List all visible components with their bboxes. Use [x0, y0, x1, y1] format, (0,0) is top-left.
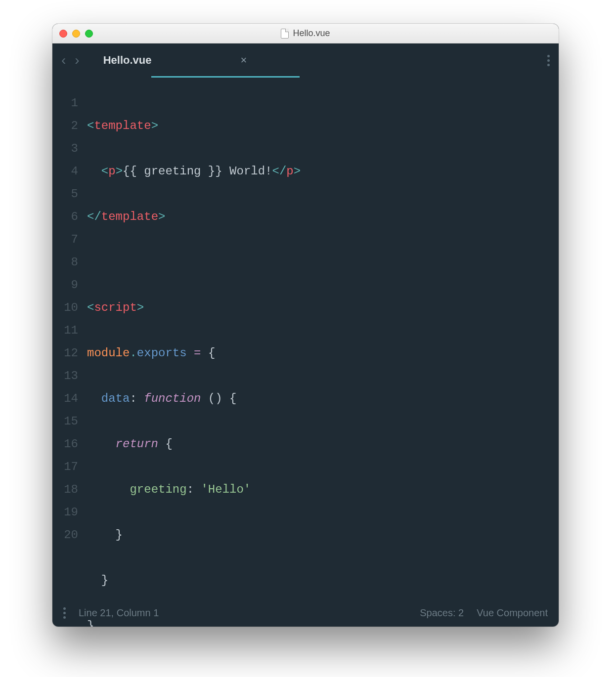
line-number: 19: [52, 501, 78, 524]
line-number: 6: [52, 206, 78, 228]
line-number: 9: [52, 274, 78, 296]
nav-arrows: ‹ ›: [61, 52, 80, 68]
statusbar-menu-icon[interactable]: [63, 607, 66, 619]
back-button[interactable]: ‹: [61, 52, 66, 68]
tabbar-menu-icon[interactable]: [547, 55, 550, 66]
line-number: 15: [52, 410, 78, 433]
editor-area[interactable]: 1234567891011121314151617181920 <templat…: [52, 77, 559, 627]
tab-underline: [151, 76, 300, 78]
statusbar: Line 21, Column 1 Spaces: 2 Vue Componen…: [52, 599, 559, 627]
editor-window: Hello.vue ‹ › Hello.vue × 12345678910111…: [52, 24, 559, 627]
tab-label: Hello.vue: [103, 54, 152, 67]
line-number: 8: [52, 251, 78, 274]
line-number: 11: [52, 319, 78, 342]
line-number: 10: [52, 296, 78, 319]
code-content[interactable]: <template> <p>{{ greeting }} World!</p> …: [87, 92, 559, 627]
indent-setting[interactable]: Spaces: 2: [420, 607, 464, 619]
line-number: 5: [52, 183, 78, 206]
tab-active[interactable]: Hello.vue ×: [99, 54, 251, 67]
line-number: 14: [52, 387, 78, 410]
line-number: 4: [52, 160, 78, 183]
line-number: 7: [52, 228, 78, 251]
forward-button[interactable]: ›: [75, 52, 79, 68]
cursor-position[interactable]: Line 21, Column 1: [79, 607, 159, 619]
line-number: 17: [52, 456, 78, 478]
window-title: Hello.vue: [52, 28, 559, 39]
line-number: 13: [52, 365, 78, 387]
tabbar: ‹ › Hello.vue ×: [52, 43, 559, 77]
window-title-label: Hello.vue: [293, 28, 330, 39]
line-number: 1: [52, 92, 78, 115]
line-number: 3: [52, 137, 78, 160]
line-number: 16: [52, 433, 78, 456]
gutter: 1234567891011121314151617181920: [52, 92, 87, 627]
close-tab-icon[interactable]: ×: [240, 54, 247, 67]
line-number: 20: [52, 524, 78, 547]
file-icon: [281, 29, 289, 39]
line-number: 12: [52, 342, 78, 365]
language-mode[interactable]: Vue Component: [477, 607, 548, 619]
titlebar[interactable]: Hello.vue: [52, 24, 559, 43]
line-number: 2: [52, 115, 78, 137]
line-number: 18: [52, 478, 78, 501]
